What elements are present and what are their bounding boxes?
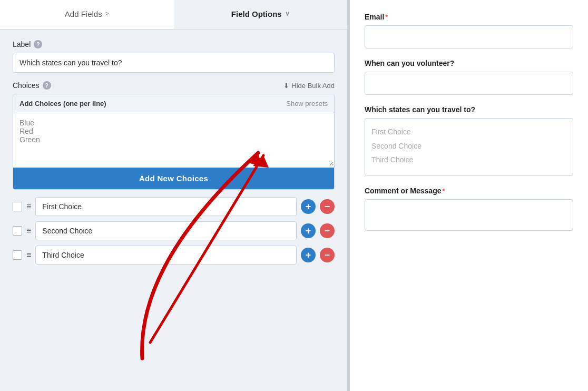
label-text: Label: [13, 40, 31, 48]
volunteer-field-group: When can you volunteer?: [365, 59, 573, 95]
choices-label: Choices: [13, 81, 40, 90]
choice-3-checkbox[interactable]: [13, 250, 22, 260]
choices-help-icon[interactable]: ?: [43, 81, 51, 90]
label-help-icon[interactable]: ?: [34, 40, 42, 48]
form-preview-panel: Email * When can you volunteer? Which st…: [350, 0, 588, 391]
volunteer-input-box[interactable]: [365, 72, 573, 95]
bulk-add-box: Add Choices (one per line) Show presets …: [13, 94, 335, 190]
choice-2-checkbox[interactable]: [13, 226, 22, 236]
email-required-star: *: [385, 13, 388, 21]
choice-3-add-button[interactable]: +: [301, 248, 316, 262]
states-label: Which states can you travel to?: [365, 105, 573, 114]
choice-3-drag-handle[interactable]: ≡: [26, 250, 31, 260]
choice-2-add-button[interactable]: +: [301, 223, 316, 238]
choice-2-drag-handle[interactable]: ≡: [26, 226, 31, 236]
choice-1-drag-handle[interactable]: ≡: [26, 202, 31, 211]
choice-2-remove-button[interactable]: −: [320, 223, 335, 238]
comment-required-star: *: [442, 187, 445, 195]
preview-choice-3: Third Choice: [371, 153, 566, 167]
email-field-group: Email *: [365, 13, 573, 48]
bulk-textarea[interactable]: Blue Red Green: [13, 113, 334, 166]
choice-1-remove-button[interactable]: −: [320, 199, 335, 214]
choice-row-2: ≡ + −: [13, 221, 335, 240]
tab-add-fields-arrow: >: [105, 10, 109, 17]
tab-field-options-label: Field Options: [231, 9, 282, 18]
choice-1-input[interactable]: [35, 197, 297, 216]
choices-list: ≡ + − ≡ + − ≡ +: [13, 197, 335, 265]
choice-2-input[interactable]: [35, 221, 297, 240]
label-input[interactable]: [13, 53, 335, 73]
choice-1-checkbox[interactable]: [13, 202, 22, 211]
tab-add-fields-label: Add Fields: [65, 9, 102, 18]
comment-input-box[interactable]: [365, 199, 573, 231]
choice-3-remove-button[interactable]: −: [320, 248, 335, 262]
choices-label-group: Choices ?: [13, 81, 51, 90]
email-input-box[interactable]: [365, 25, 573, 48]
states-choices-preview[interactable]: First Choice Second Choice Third Choice: [365, 118, 573, 176]
label-section-header: Label ?: [13, 40, 335, 48]
choices-header-row: Choices ? ⬇ Hide Bulk Add: [13, 81, 335, 90]
choice-1-add-button[interactable]: +: [301, 199, 316, 214]
tab-add-fields[interactable]: Add Fields >: [0, 0, 174, 29]
preview-choice-1: First Choice: [371, 125, 566, 139]
preview-choice-2: Second Choice: [371, 139, 566, 153]
tab-field-options-arrow: ∨: [285, 10, 290, 17]
show-presets-link[interactable]: Show presets: [286, 100, 328, 107]
choice-row-3: ≡ + −: [13, 246, 335, 265]
tab-bar: Add Fields > Field Options ∨: [0, 0, 347, 30]
states-field-group: Which states can you travel to? First Ch…: [365, 105, 573, 176]
hide-bulk-add-link[interactable]: ⬇ Hide Bulk Add: [283, 82, 335, 90]
comment-label: Comment or Message *: [365, 187, 573, 195]
choice-row-1: ≡ + −: [13, 197, 335, 216]
volunteer-label: When can you volunteer?: [365, 59, 573, 67]
add-new-choices-button[interactable]: Add New Choices: [13, 168, 334, 189]
field-options-content: Label ? Choices ? ⬇ Hide Bulk Add Add Ch…: [0, 30, 347, 391]
tab-field-options[interactable]: Field Options ∨: [174, 0, 348, 29]
choice-3-input[interactable]: [35, 246, 297, 265]
bulk-add-title: Add Choices (one per line): [19, 100, 106, 107]
email-label: Email *: [365, 13, 573, 21]
comment-field-group: Comment or Message *: [365, 187, 573, 231]
bulk-add-header: Add Choices (one per line) Show presets: [13, 94, 334, 113]
